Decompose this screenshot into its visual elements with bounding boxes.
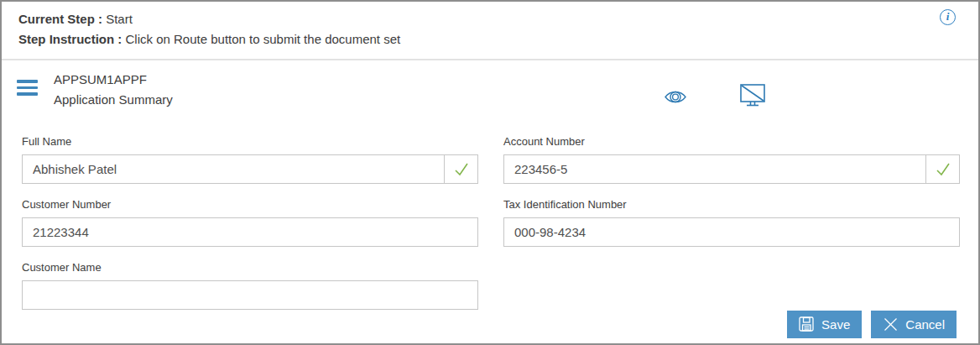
customer-name-label: Customer Name xyxy=(22,261,478,274)
customer-number-input[interactable] xyxy=(23,218,477,246)
field-account-number: Account Number xyxy=(503,135,960,184)
customer-number-label: Customer Number xyxy=(22,198,478,211)
full-name-valid-check-icon xyxy=(444,155,477,183)
current-step-line: Current Step : Start xyxy=(18,12,928,26)
account-number-input[interactable] xyxy=(504,155,925,183)
field-customer-number: Customer Number xyxy=(22,198,478,247)
full-name-input[interactable] xyxy=(23,155,444,183)
account-number-valid-check-icon xyxy=(925,155,959,183)
form-grid: Full Name Account Number xyxy=(2,121,978,324)
x-icon xyxy=(883,316,899,332)
save-button[interactable]: Save xyxy=(787,311,862,338)
application-window: Current Step : Start Step Instruction : … xyxy=(0,0,980,345)
action-buttons: Save Cancel xyxy=(787,311,957,338)
info-icon[interactable]: i xyxy=(940,9,956,25)
account-number-label: Account Number xyxy=(503,135,960,148)
save-icon xyxy=(799,316,815,332)
page-subtitle: Application Summary xyxy=(54,92,173,107)
current-step-label: Current Step : xyxy=(18,12,102,26)
full-name-label: Full Name xyxy=(22,135,478,148)
field-full-name: Full Name xyxy=(22,135,478,184)
step-instruction-label: Step Instruction : xyxy=(18,32,122,46)
hamburger-menu-icon[interactable] xyxy=(17,80,38,99)
tax-identification-number-label: Tax Identification Number xyxy=(503,198,960,211)
cancel-button[interactable]: Cancel xyxy=(871,311,957,338)
cancel-button-label: Cancel xyxy=(905,317,945,332)
eye-icon[interactable] xyxy=(664,87,687,110)
customer-name-input[interactable] xyxy=(23,281,477,309)
step-instruction-line: Step Instruction : Click on Route button… xyxy=(18,32,928,46)
monitor-off-icon[interactable] xyxy=(739,83,767,114)
current-step-value: Start xyxy=(106,12,133,26)
save-button-label: Save xyxy=(821,317,850,332)
status-bar: Current Step : Start Step Instruction : … xyxy=(2,2,978,60)
field-customer-name: Customer Name xyxy=(22,261,478,310)
tax-identification-number-input[interactable] xyxy=(504,218,959,246)
form-header: APPSUM1APPF Application Summary xyxy=(2,72,978,121)
page-title: APPSUM1APPF xyxy=(54,72,173,86)
step-instruction-value: Click on Route button to submit the docu… xyxy=(126,32,401,46)
title-block: APPSUM1APPF Application Summary xyxy=(54,72,173,107)
field-tax-identification-number: Tax Identification Number xyxy=(503,198,960,247)
